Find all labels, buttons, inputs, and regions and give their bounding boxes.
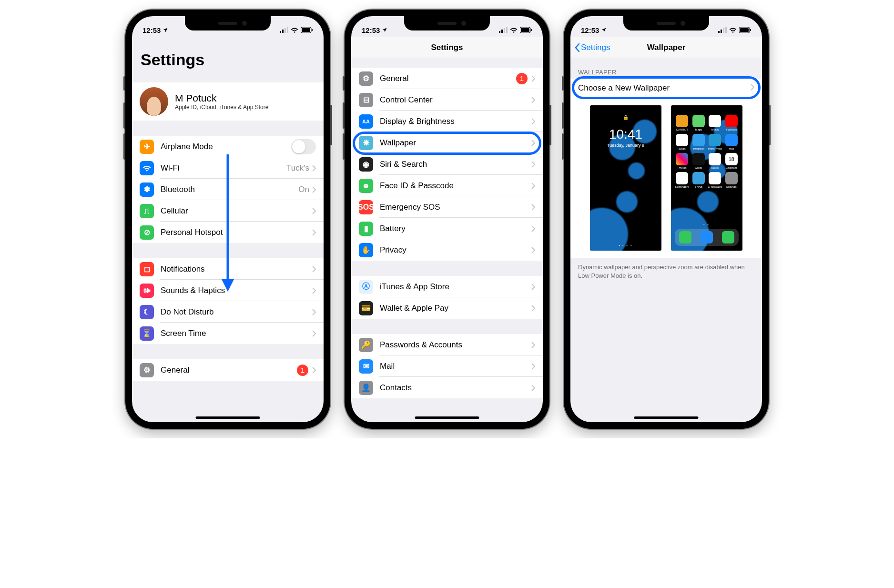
settings-group-general-peek: ⚙ General 1 (132, 359, 324, 381)
gear-icon: ⚙ (359, 71, 373, 86)
row-sos[interactable]: SOS Emergency SOS (351, 196, 543, 218)
row-faceid[interactable]: ☻ Face ID & Passcode (351, 175, 543, 196)
lock-icon: 🔒 (623, 115, 629, 120)
chevron-right-icon (531, 305, 535, 312)
svg-rect-10 (504, 28, 505, 33)
sounds-icon: 🕪 (140, 284, 154, 298)
chevron-right-icon (312, 309, 316, 315)
control-center-icon: ⊟ (359, 93, 373, 107)
display-icon: AA (359, 114, 373, 129)
row-battery[interactable]: ▮ Battery (351, 218, 543, 239)
screen-settings-scrolled: 12:53 Settings ⚙ General 1 ⊟ Control Cen… (351, 16, 543, 422)
svg-rect-1 (282, 30, 284, 33)
wallpaper-previews: 🔒 10:41 Tuesday, January 9 • • ○ • CARRO… (570, 98, 762, 258)
svg-rect-16 (721, 30, 722, 33)
wifi-icon (729, 27, 737, 33)
footnote: Dynamic wallpaper and perspective zoom a… (570, 258, 762, 284)
svg-rect-6 (312, 29, 313, 31)
svg-rect-15 (718, 31, 720, 33)
bluetooth-icon: ✽ (140, 182, 154, 197)
cell-signal-icon (499, 27, 508, 33)
wifi-icon (510, 27, 518, 33)
row-display-brightness[interactable]: AA Display & Brightness (351, 111, 543, 132)
lock-clock: 10:41 Tuesday, January 9 (590, 127, 661, 148)
chevron-right-icon (751, 84, 754, 92)
back-button[interactable]: Settings (574, 43, 610, 52)
home-indicator[interactable] (415, 416, 479, 419)
svg-rect-11 (506, 27, 508, 33)
chevron-right-icon (531, 342, 535, 348)
chevron-left-icon (574, 43, 580, 52)
phone-frame-1: 12:53 Settings M Potuck Apple ID, iCloud… (125, 10, 330, 429)
battery-row-icon: ▮ (359, 222, 373, 236)
home-indicator[interactable] (196, 416, 260, 419)
hotspot-icon: ⊘ (140, 225, 154, 240)
screen-settings-main: 12:53 Settings M Potuck Apple ID, iCloud… (132, 16, 324, 422)
svg-rect-14 (531, 29, 532, 31)
airplane-toggle[interactable] (291, 139, 316, 154)
home-indicator[interactable] (634, 416, 699, 419)
cell-signal-icon (718, 27, 727, 33)
profile-name: M Potuck (175, 92, 316, 104)
chevron-right-icon (531, 385, 535, 391)
appstore-icon: Ⓐ (359, 280, 373, 294)
avatar (140, 87, 168, 116)
notch (404, 16, 490, 30)
choose-wallpaper-row[interactable]: Choose a New Wallpaper (570, 79, 762, 98)
phone-frame-2: 12:53 Settings ⚙ General 1 ⊟ Control Cen… (345, 10, 549, 429)
lock-screen-preview[interactable]: 🔒 10:41 Tuesday, January 9 • • ○ • (590, 105, 661, 251)
badge: 1 (297, 365, 308, 376)
row-general[interactable]: ⚙ General 1 (351, 68, 543, 89)
nav-bar: Settings (351, 37, 543, 58)
location-arrow-icon (601, 27, 607, 33)
row-wallet-applepay[interactable]: 💳 Wallet & Apple Pay (351, 297, 543, 319)
chevron-right-icon (312, 229, 316, 236)
faceid-icon: ☻ (359, 179, 373, 193)
wifi-icon (291, 27, 298, 33)
chevron-right-icon (312, 330, 316, 337)
key-icon: 🔑 (359, 338, 373, 352)
row-dnd[interactable]: ☾ Do Not Disturb (132, 301, 324, 323)
row-privacy[interactable]: ✋ Privacy (351, 239, 543, 261)
row-general[interactable]: ⚙ General 1 (132, 359, 324, 381)
chevron-right-icon (531, 97, 535, 103)
settings-group-store: Ⓐ iTunes & App Store 💳 Wallet & Apple Pa… (351, 276, 543, 319)
row-screen-time[interactable]: ⌛ Screen Time (132, 323, 324, 344)
chevron-right-icon (531, 161, 535, 168)
moon-icon: ☾ (140, 305, 154, 319)
cellular-icon: ⎍ (140, 204, 154, 218)
battery-icon (301, 27, 313, 33)
row-itunes-appstore[interactable]: Ⓐ iTunes & App Store (351, 276, 543, 297)
status-time: 12:53 (581, 26, 599, 34)
contacts-icon: 👤 (359, 381, 373, 395)
sos-icon: SOS (359, 200, 373, 214)
chevron-right-icon (312, 367, 316, 374)
svg-rect-5 (302, 28, 310, 32)
settings-group-accounts: 🔑 Passwords & Accounts ✉ Mail 👤 Contacts (351, 334, 543, 398)
profile-subtitle: Apple ID, iCloud, iTunes & App Store (175, 104, 316, 111)
chevron-right-icon (531, 284, 535, 290)
phone-frame-3: 12:53 Settings Wallpaper WALLPAPER Choos… (564, 10, 769, 429)
nav-title: Settings (431, 43, 463, 52)
nav-bar: Settings Wallpaper (570, 37, 762, 58)
home-screen-preview[interactable]: CARROT Maps Music YouTube Slack Tweetbot… (671, 105, 742, 251)
chevron-right-icon (312, 186, 316, 193)
svg-rect-18 (725, 27, 727, 33)
apple-id-row[interactable]: M Potuck Apple ID, iCloud, iTunes & App … (132, 82, 324, 121)
hourglass-icon: ⌛ (140, 326, 154, 341)
row-wallpaper[interactable]: ❋ Wallpaper (351, 132, 543, 153)
status-time: 12:53 (362, 26, 380, 34)
chevron-right-icon (531, 247, 535, 253)
row-control-center[interactable]: ⊟ Control Center (351, 89, 543, 111)
siri-icon: ◉ (359, 157, 373, 172)
battery-icon (739, 27, 752, 33)
svg-rect-17 (723, 28, 724, 33)
row-contacts[interactable]: 👤 Contacts (351, 377, 543, 398)
wifi-row-icon (140, 161, 154, 175)
row-passwords[interactable]: 🔑 Passwords & Accounts (351, 334, 543, 355)
airplane-icon: ✈ (140, 140, 154, 154)
row-mail[interactable]: ✉ Mail (351, 355, 543, 377)
svg-rect-21 (750, 29, 751, 31)
row-siri[interactable]: ◉ Siri & Search (351, 153, 543, 175)
svg-rect-8 (499, 31, 500, 33)
